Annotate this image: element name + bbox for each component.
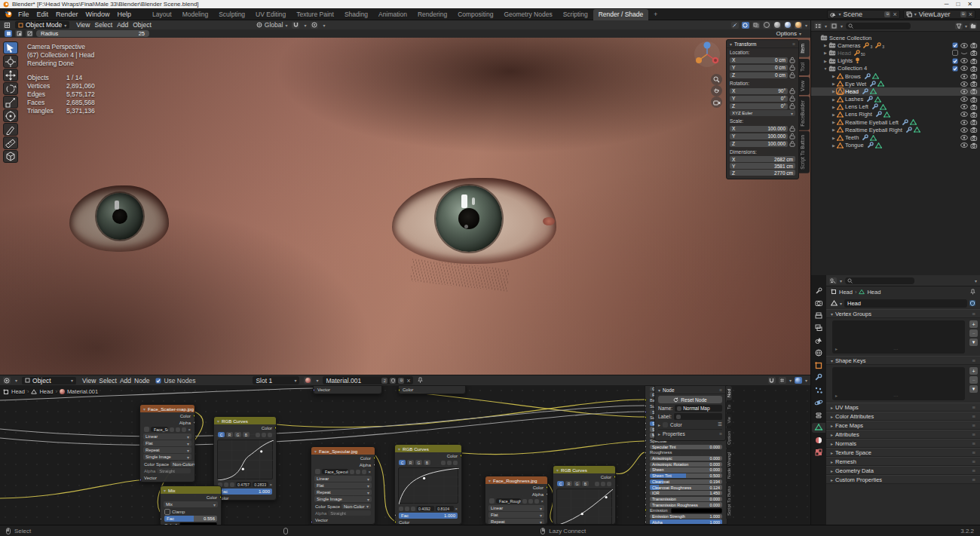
menu-file[interactable]: File <box>14 9 33 20</box>
copy-icon[interactable]: ⧉ <box>960 11 966 17</box>
vertex-group-specials-button[interactable]: ▾ <box>969 338 978 346</box>
breadcrumb-data[interactable]: Head <box>867 289 880 296</box>
node-curves1[interactable]: ▾RGB CurvesColorCRGB0.47570.2833×Fac1.00… <box>213 416 277 501</box>
outliner-row-brows[interactable]: ▶Brows <box>811 72 980 80</box>
input-socket[interactable] <box>645 520 647 524</box>
eye-visibility-icon[interactable] <box>960 81 968 87</box>
image-option-dropdown[interactable]: Linear▾ <box>488 505 544 511</box>
unlink-icon[interactable]: × <box>406 377 410 384</box>
expand-arrow-icon[interactable]: ▶ <box>831 89 837 93</box>
unlink-icon[interactable]: × <box>368 470 371 474</box>
curve-x-value[interactable]: 0.4092 <box>417 506 434 511</box>
close-icon[interactable]: × <box>969 11 972 18</box>
curve-handle-icon[interactable] <box>411 507 415 511</box>
principled-slider[interactable]: Transmission Roughness0.000 <box>650 502 722 507</box>
principled-slider[interactable]: Sheen Tint0.500 <box>650 473 722 478</box>
workspace-tab-uv-editing[interactable]: UV Editing <box>250 9 291 20</box>
input-socket[interactable] <box>645 473 647 477</box>
output-socket-color[interactable] <box>219 495 222 499</box>
expand-arrow-icon[interactable]: ▶ <box>831 105 837 109</box>
panel-header-normals[interactable]: ▸Normals≡ <box>826 439 980 448</box>
shader-sidebar-tab-to[interactable]: To <box>726 402 732 412</box>
clamp-row[interactable]: Clamp <box>161 508 221 515</box>
new-material-icon[interactable]: ⧉ <box>398 378 404 384</box>
delete-point-icon[interactable]: × <box>455 507 458 511</box>
image-option-dropdown[interactable]: Linear▾ <box>143 433 191 440</box>
editor-type-icon[interactable] <box>3 377 11 384</box>
open-icon[interactable] <box>182 427 186 432</box>
sidebar-tab-tool[interactable]: Tool <box>799 59 810 75</box>
curve-tool-icon[interactable] <box>441 461 446 465</box>
radius-slider[interactable]: Radius 25 <box>36 30 149 37</box>
output-socket-color[interactable] <box>614 475 616 479</box>
eye-visibility-icon[interactable] <box>960 96 968 102</box>
input-socket[interactable] <box>645 491 647 495</box>
image-datablock-row[interactable]: Face_Specular.jpg× <box>311 468 375 475</box>
expand-arrow-icon[interactable]: ▶ <box>822 43 828 47</box>
shader-sidebar-tab-nod[interactable]: Nod <box>726 386 732 400</box>
properties-tab-world-icon[interactable] <box>812 348 825 358</box>
reset-node-button[interactable]: Reset Node <box>658 396 722 403</box>
sidebar-tab-facebuilder[interactable]: FaceBuilder <box>799 96 810 130</box>
node-stub-vector[interactable]: Vector <box>313 385 382 394</box>
copy-icon[interactable] <box>350 470 354 474</box>
menu-edit[interactable]: Edit <box>33 9 53 20</box>
use-nodes-checkbox[interactable]: Use Nodes <box>155 377 195 384</box>
maximize-button[interactable]: □ <box>956 1 960 8</box>
eye-visibility-icon[interactable] <box>960 74 968 79</box>
transform-field-dimensions-y[interactable]: Y3581 cm <box>730 163 795 169</box>
copy-icon[interactable]: ⧉ <box>884 11 890 17</box>
workspace-tab-texture-paint[interactable]: Texture Paint <box>291 9 339 20</box>
eye-visibility-icon[interactable] <box>960 58 968 63</box>
shader-menu-node[interactable]: Node <box>133 377 151 384</box>
panel-header-geometry-data[interactable]: ▸Geometry Data≡ <box>826 466 980 475</box>
brush-subtract-icon[interactable] <box>26 30 33 37</box>
channel-button-r[interactable]: R <box>226 432 233 437</box>
proportional-editing-icon[interactable] <box>311 22 318 29</box>
editor-type-icon[interactable] <box>3 22 11 29</box>
menu-window[interactable]: Window <box>82 9 114 20</box>
shader-node-canvas[interactable]: Head› Head› Material.001 ▾Face_Scatter-m… <box>0 385 810 525</box>
node-name-field[interactable]: Normal Map <box>675 405 722 412</box>
snapping-icon[interactable] <box>768 377 776 384</box>
image-option-dropdown[interactable]: Repeat▾ <box>314 489 372 495</box>
node-mix[interactable]: ▾MixColorMix▾ClampFac0.556Color1Color2 <box>160 485 222 525</box>
node-scatter[interactable]: ▾Face_Scatter-map.jpgColorAlphaFace_Scat… <box>139 404 195 482</box>
transform-field-rotation-x[interactable]: X90° <box>730 88 788 94</box>
panel-header-texture-space[interactable]: ▸Texture Space≡ <box>826 448 980 457</box>
curve-tool-icon[interactable] <box>256 433 260 437</box>
shading-rendered-icon[interactable] <box>795 22 802 29</box>
shape-keys-panel-header[interactable]: ▾Shape Keys≡ <box>826 356 980 365</box>
panel-header-color-attributes[interactable]: ▸Color Attributes≡ <box>826 412 980 421</box>
input-socket[interactable] <box>645 439 647 443</box>
channel-button-g[interactable]: G <box>234 432 241 437</box>
viewlayer-selector[interactable]: ▾ ViewLayer ⧉ × <box>903 10 975 19</box>
output-socket-alpha[interactable] <box>373 463 375 467</box>
curve-tool-icon[interactable] <box>268 433 272 437</box>
input-socket[interactable] <box>645 433 647 437</box>
outliner-row-tongue[interactable]: ▶Tongue <box>811 142 980 149</box>
sidebar-tab-script-to-button[interactable]: Script To Button <box>799 131 810 173</box>
image-option-dropdown[interactable]: Flat▾ <box>143 440 191 446</box>
node-color-row[interactable]: ▸Color☰ <box>658 421 722 427</box>
node-specular[interactable]: ▾Face_Specular.jpgColorAlphaFace_Specula… <box>311 446 375 525</box>
shader-sidebar-tab-script-to-butto[interactable]: Script To Butto <box>726 483 732 519</box>
editor-type-icon[interactable] <box>829 277 837 284</box>
viewport-menu-select[interactable]: Select <box>93 21 115 29</box>
principled-slider[interactable]: IOR1.450 <box>650 491 722 495</box>
channel-button-b[interactable]: B <box>243 432 250 437</box>
curve-widget[interactable] <box>398 467 458 504</box>
input-socket[interactable] <box>645 485 647 489</box>
outliner-row-collection-4[interactable]: ▼Collection 4 <box>811 65 980 72</box>
properties-tab-modifiers-icon[interactable] <box>812 373 825 383</box>
lock-icon[interactable] <box>789 103 795 109</box>
node-curves2[interactable]: ▾RGB CurvesColorCRGB0.40920.8104×Fac1.00… <box>394 444 462 525</box>
tool-scale[interactable] <box>3 96 18 109</box>
tool-transform[interactable] <box>3 109 18 122</box>
image-option-dropdown[interactable]: Flat▾ <box>314 482 372 489</box>
input-socket[interactable] <box>645 503 647 507</box>
expand-arrow-icon[interactable]: ▶ <box>822 59 828 63</box>
navigation-gizmo[interactable] <box>691 39 724 72</box>
eye-visibility-icon[interactable] <box>960 120 968 125</box>
expand-arrow-icon[interactable]: ▶ <box>822 51 828 55</box>
